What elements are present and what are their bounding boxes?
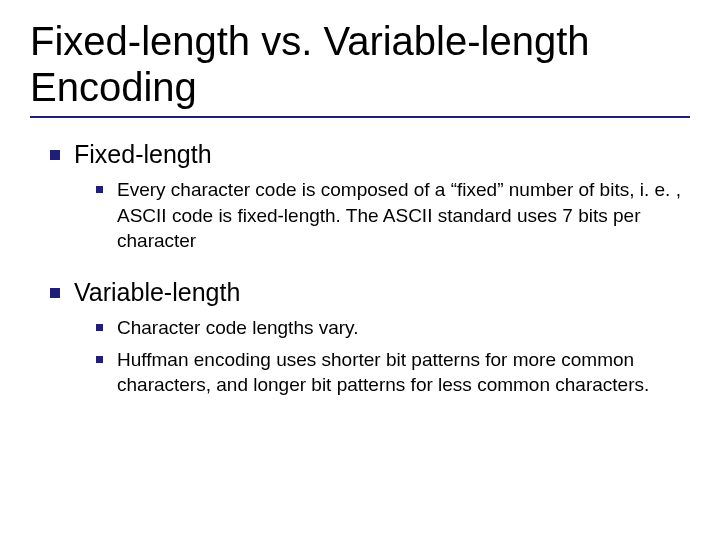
bullet-text: Huffman encoding uses shorter bit patter… <box>117 347 690 398</box>
title-underline <box>30 116 690 118</box>
list-item: Variable-length <box>50 278 690 307</box>
square-bullet-icon <box>96 186 103 193</box>
list-item: Fixed-length <box>50 140 690 169</box>
square-bullet-icon <box>50 288 60 298</box>
square-bullet-icon <box>96 324 103 331</box>
bullet-text: Character code lengths vary. <box>117 315 359 341</box>
square-bullet-icon <box>50 150 60 160</box>
slide-title: Fixed-length vs. Variable-length Encodin… <box>30 18 690 110</box>
square-bullet-icon <box>96 356 103 363</box>
list-item: Huffman encoding uses shorter bit patter… <box>96 347 690 398</box>
section-heading: Variable-length <box>74 278 240 307</box>
list-item: Character code lengths vary. <box>96 315 690 341</box>
bullet-text: Every character code is composed of a “f… <box>117 177 690 254</box>
section-heading: Fixed-length <box>74 140 212 169</box>
slide-content: Fixed-length Every character code is com… <box>30 140 690 398</box>
sub-list: Character code lengths vary. Huffman enc… <box>50 315 690 398</box>
list-item: Every character code is composed of a “f… <box>96 177 690 254</box>
sub-list: Every character code is composed of a “f… <box>50 177 690 254</box>
